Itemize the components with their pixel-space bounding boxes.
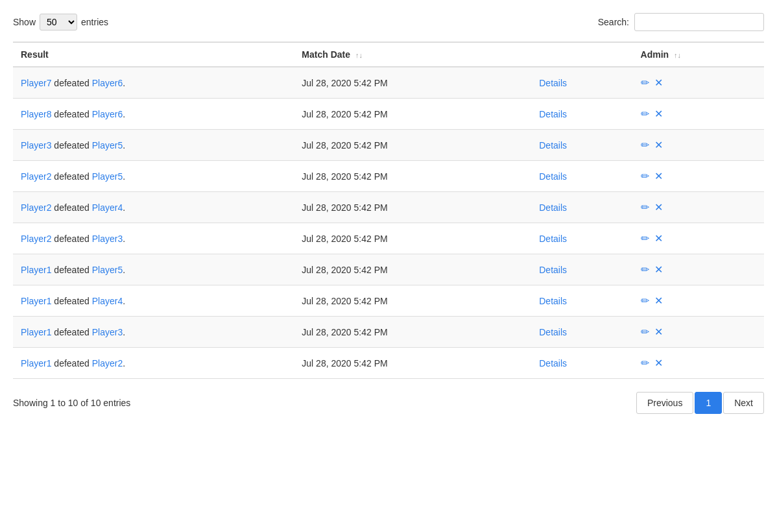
result-cell: Player2 defeated Player3.: [13, 223, 294, 254]
next-button[interactable]: Next: [723, 392, 764, 414]
details-cell: Details: [531, 317, 632, 348]
entries-select[interactable]: 10 25 50 100: [40, 14, 77, 30]
table-row: Player2 defeated Player3.Jul 28, 2020 5:…: [13, 223, 764, 254]
delete-icon[interactable]: ✕: [654, 170, 663, 182]
date-cell: Jul 28, 2020 5:42 PM: [294, 348, 531, 379]
details-link[interactable]: Details: [539, 234, 567, 244]
details-link[interactable]: Details: [539, 265, 567, 275]
date-cell: Jul 28, 2020 5:42 PM: [294, 285, 531, 317]
details-cell: Details: [531, 285, 632, 317]
search-area: Search:: [598, 13, 764, 31]
sort-icon-match-date: ↑↓: [355, 51, 363, 59]
admin-cell: ✏ ✕: [633, 99, 764, 130]
details-link[interactable]: Details: [539, 327, 567, 337]
details-cell: Details: [531, 99, 632, 130]
details-cell: Details: [531, 67, 632, 99]
edit-icon[interactable]: ✏: [641, 170, 649, 182]
edit-icon[interactable]: ✏: [641, 357, 649, 369]
admin-cell: ✏ ✕: [633, 317, 764, 348]
table-row: Player2 defeated Player5.Jul 28, 2020 5:…: [13, 161, 764, 192]
details-link[interactable]: Details: [539, 171, 567, 182]
edit-icon[interactable]: ✏: [641, 108, 649, 120]
delete-icon[interactable]: ✕: [654, 139, 663, 151]
col-admin[interactable]: Admin ↑↓: [633, 42, 764, 67]
table-row: Player3 defeated Player5.Jul 28, 2020 5:…: [13, 130, 764, 161]
winner-link[interactable]: Player2: [21, 171, 51, 182]
details-link[interactable]: Details: [539, 358, 567, 369]
loser-link[interactable]: Player6: [92, 78, 123, 88]
table-row: Player8 defeated Player6.Jul 28, 2020 5:…: [13, 99, 764, 130]
delete-icon[interactable]: ✕: [654, 326, 663, 338]
details-cell: Details: [531, 192, 632, 223]
winner-link[interactable]: Player1: [21, 327, 51, 337]
admin-cell: ✏ ✕: [633, 67, 764, 99]
loser-link[interactable]: Player5: [92, 140, 123, 151]
details-link[interactable]: Details: [539, 140, 567, 151]
edit-icon[interactable]: ✏: [641, 201, 649, 213]
result-cell: Player3 defeated Player5.: [13, 130, 294, 161]
page-1-button[interactable]: 1: [695, 392, 722, 414]
table-row: Player1 defeated Player3.Jul 28, 2020 5:…: [13, 317, 764, 348]
sort-icon-admin: ↑↓: [674, 51, 681, 59]
loser-link[interactable]: Player4: [92, 202, 123, 213]
winner-link[interactable]: Player8: [21, 109, 51, 119]
admin-cell: ✏ ✕: [633, 192, 764, 223]
table-row: Player7 defeated Player6.Jul 28, 2020 5:…: [13, 67, 764, 99]
col-details-header: [531, 42, 632, 67]
details-cell: Details: [531, 254, 632, 285]
date-cell: Jul 28, 2020 5:42 PM: [294, 254, 531, 285]
entries-label: entries: [81, 17, 108, 27]
delete-icon[interactable]: ✕: [654, 357, 663, 369]
details-link[interactable]: Details: [539, 296, 567, 306]
previous-button[interactable]: Previous: [636, 392, 693, 414]
delete-icon[interactable]: ✕: [654, 295, 663, 307]
show-entries-control: Show 10 25 50 100 entries: [13, 14, 108, 30]
edit-icon[interactable]: ✏: [641, 263, 649, 276]
loser-link[interactable]: Player3: [92, 234, 123, 244]
admin-cell: ✏ ✕: [633, 161, 764, 192]
loser-link[interactable]: Player6: [92, 109, 123, 119]
table-row: Player1 defeated Player2.Jul 28, 2020 5:…: [13, 348, 764, 379]
details-link[interactable]: Details: [539, 78, 567, 88]
details-link[interactable]: Details: [539, 202, 567, 213]
delete-icon[interactable]: ✕: [654, 77, 663, 89]
winner-link[interactable]: Player3: [21, 140, 51, 151]
admin-cell: ✏ ✕: [633, 223, 764, 254]
delete-icon[interactable]: ✕: [654, 263, 663, 276]
winner-link[interactable]: Player2: [21, 234, 51, 244]
show-label: Show: [13, 17, 36, 27]
col-match-date[interactable]: Match Date ↑↓: [294, 42, 531, 67]
edit-icon[interactable]: ✏: [641, 77, 649, 89]
result-cell: Player1 defeated Player5.: [13, 254, 294, 285]
winner-link[interactable]: Player1: [21, 296, 51, 306]
date-cell: Jul 28, 2020 5:42 PM: [294, 317, 531, 348]
delete-icon[interactable]: ✕: [654, 108, 663, 120]
loser-link[interactable]: Player2: [92, 358, 123, 369]
result-cell: Player7 defeated Player6.: [13, 67, 294, 99]
loser-link[interactable]: Player5: [92, 265, 123, 275]
edit-icon[interactable]: ✏: [641, 139, 649, 151]
loser-link[interactable]: Player3: [92, 327, 123, 337]
winner-link[interactable]: Player1: [21, 358, 51, 369]
details-cell: Details: [531, 130, 632, 161]
result-cell: Player8 defeated Player6.: [13, 99, 294, 130]
details-link[interactable]: Details: [539, 109, 567, 119]
edit-icon[interactable]: ✏: [641, 326, 649, 338]
edit-icon[interactable]: ✏: [641, 232, 649, 245]
delete-icon[interactable]: ✕: [654, 232, 663, 245]
top-controls: Show 10 25 50 100 entries Search:: [13, 13, 764, 31]
edit-icon[interactable]: ✏: [641, 295, 649, 307]
admin-cell: ✏ ✕: [633, 285, 764, 317]
table-row: Player1 defeated Player5.Jul 28, 2020 5:…: [13, 254, 764, 285]
winner-link[interactable]: Player1: [21, 265, 51, 275]
search-input[interactable]: [634, 13, 764, 31]
result-cell: Player2 defeated Player5.: [13, 161, 294, 192]
loser-link[interactable]: Player4: [92, 296, 123, 306]
winner-link[interactable]: Player2: [21, 202, 51, 213]
result-cell: Player1 defeated Player4.: [13, 285, 294, 317]
delete-icon[interactable]: ✕: [654, 201, 663, 213]
date-cell: Jul 28, 2020 5:42 PM: [294, 192, 531, 223]
winner-link[interactable]: Player7: [21, 78, 51, 88]
loser-link[interactable]: Player5: [92, 171, 123, 182]
search-label: Search:: [598, 17, 629, 27]
